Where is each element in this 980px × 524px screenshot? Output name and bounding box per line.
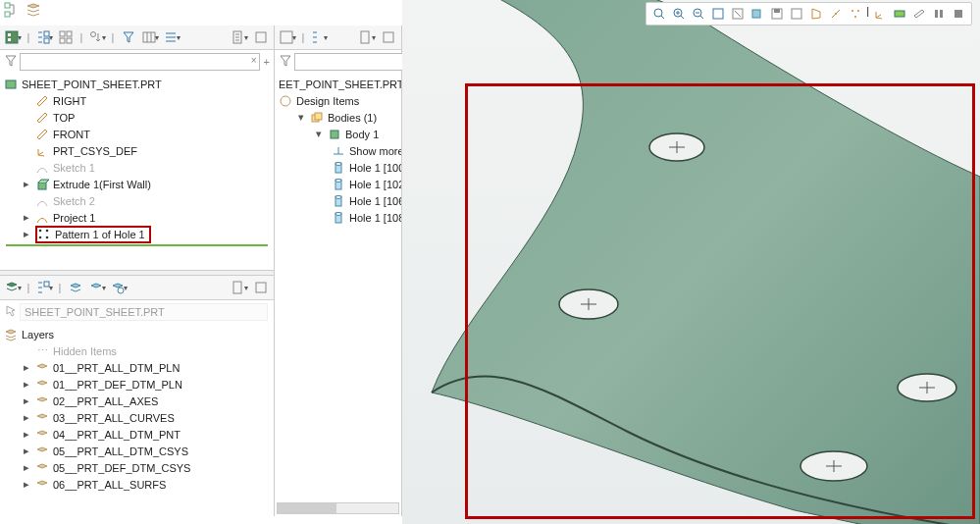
plane-display-icon[interactable] xyxy=(910,5,928,23)
expand-icon[interactable]: ▸ xyxy=(22,411,31,424)
layers-view-icon[interactable] xyxy=(26,2,41,18)
filter-icon[interactable] xyxy=(279,54,292,70)
pause-icon[interactable] xyxy=(930,5,948,23)
tree-item[interactable]: Sketch 2 xyxy=(0,192,274,209)
hole-item[interactable]: Hole 1 [108] xyxy=(275,209,401,226)
show-more-node[interactable]: Show more feat xyxy=(275,142,401,159)
expand-icon[interactable]: ▸ xyxy=(22,361,31,374)
page-icon[interactable] xyxy=(358,28,376,46)
body-node[interactable]: ▾Body 1 xyxy=(275,126,401,142)
layer-item[interactable]: ▸04__PRT_ALL_DTM_PNT xyxy=(0,426,274,443)
note-icon[interactable] xyxy=(380,28,397,46)
filter-tree-icon[interactable] xyxy=(120,28,137,46)
design-items-label: Design Items xyxy=(296,95,359,107)
collapse-icon[interactable] xyxy=(35,28,53,46)
layer-state3-icon[interactable] xyxy=(110,279,128,296)
grid-icon[interactable] xyxy=(57,28,75,46)
page-icon[interactable] xyxy=(231,28,248,46)
layer-state2-icon[interactable] xyxy=(88,279,106,296)
hidden-label: Hidden Items xyxy=(53,345,117,357)
shade-edges-icon[interactable] xyxy=(748,5,766,23)
expand-icon[interactable]: ▸ xyxy=(22,378,31,391)
design-toolbar: | xyxy=(275,26,401,50)
layers-root[interactable]: Layers xyxy=(0,326,274,342)
expand-icon[interactable]: ▸ xyxy=(22,178,31,190)
axis-display-icon[interactable] xyxy=(827,5,845,23)
layer-item[interactable]: ▸05__PRT_DEF_DTM_CSYS xyxy=(0,459,274,476)
tree-root[interactable]: SHEET_POINT_SHEET.PRT xyxy=(0,76,274,92)
model-tree-filter-input[interactable] xyxy=(20,53,260,71)
tree-item[interactable]: FRONT xyxy=(0,126,274,142)
hidden-items[interactable]: ⋯Hidden Items xyxy=(0,342,274,359)
collapse-icon[interactable]: ▾ xyxy=(314,128,324,140)
add-filter-icon[interactable]: + xyxy=(264,56,270,68)
bodies-icon xyxy=(310,111,324,125)
tree-item[interactable]: TOP xyxy=(0,109,274,126)
expand-icon[interactable]: ▸ xyxy=(22,211,31,224)
hole-item[interactable]: Hole 1 [100] xyxy=(275,159,401,176)
layer-options-icon[interactable] xyxy=(4,279,22,296)
repaint-icon[interactable] xyxy=(729,5,747,23)
tree-options-icon[interactable] xyxy=(279,28,296,46)
perspective-icon[interactable] xyxy=(807,5,825,23)
view-manager-icon[interactable] xyxy=(788,5,805,23)
filter-icon[interactable] xyxy=(4,54,18,70)
pointer-icon[interactable] xyxy=(4,304,18,320)
box-select-icon[interactable] xyxy=(709,5,727,23)
horizontal-scrollbar[interactable] xyxy=(277,502,399,514)
hidden-icon: ⋯ xyxy=(35,344,49,358)
hole-item[interactable]: Hole 1 [106] xyxy=(275,192,401,209)
tree-item-highlighted[interactable]: ▸ Pattern 1 of Hole 1 xyxy=(0,226,274,242)
sort-icon[interactable] xyxy=(88,28,106,46)
design-items-node[interactable]: Design Items xyxy=(275,92,401,109)
zoom-out-icon[interactable] xyxy=(690,5,707,23)
graphics-viewport[interactable]: | xyxy=(402,0,980,524)
collapse-icon[interactable]: ▾ xyxy=(296,111,306,124)
scrollbar-thumb[interactable] xyxy=(278,503,336,513)
layer-item[interactable]: ▸01__PRT_DEF_DTM_PLN xyxy=(0,376,274,393)
layer-item[interactable]: ▸02__PRT_ALL_AXES xyxy=(0,393,274,409)
annotations-icon[interactable] xyxy=(891,5,908,23)
svg-rect-31 xyxy=(331,131,338,138)
save-view-icon[interactable] xyxy=(768,5,786,23)
expand-icon[interactable]: ▸ xyxy=(22,478,31,491)
design-root[interactable]: EET_POINT_SHEET.PRT xyxy=(275,76,401,92)
tree-item[interactable]: PRT_CSYS_DEF xyxy=(0,142,274,159)
expand-icon[interactable]: ▸ xyxy=(22,228,31,240)
tree-item-label: Pattern 1 of Hole 1 xyxy=(55,229,145,240)
layer-item[interactable]: ▸06__PRT_ALL_SURFS xyxy=(0,476,274,493)
tree-item[interactable]: Sketch 1 xyxy=(0,159,274,176)
csys-display-icon[interactable] xyxy=(871,5,889,23)
tree-view-icon[interactable] xyxy=(4,2,20,18)
stop-icon[interactable] xyxy=(950,5,967,23)
zoom-in-icon[interactable] xyxy=(670,5,688,23)
tree-item[interactable]: ▸Project 1 xyxy=(0,209,274,226)
columns-icon[interactable] xyxy=(141,28,159,46)
annotation-rectangle xyxy=(465,83,975,519)
clear-filter-icon[interactable]: × xyxy=(251,55,257,66)
expand-icon[interactable]: ▸ xyxy=(22,461,31,474)
list-icon[interactable] xyxy=(163,28,181,46)
expand-icon[interactable]: ▸ xyxy=(22,394,31,407)
expand-icon[interactable]: ▸ xyxy=(22,445,31,457)
bodies-node[interactable]: ▾Bodies (1) xyxy=(275,109,401,126)
tree-item[interactable]: ▸Extrude 1(First Wall) xyxy=(0,176,274,192)
insert-indicator[interactable] xyxy=(6,244,268,246)
page-icon[interactable] xyxy=(231,279,248,296)
refit-icon[interactable] xyxy=(650,5,668,23)
layer-item[interactable]: ▸03__PRT_ALL_CURVES xyxy=(0,409,274,426)
tree-item-label: Sketch 2 xyxy=(53,195,95,207)
hole-item[interactable]: Hole 1 [102] xyxy=(275,176,401,192)
note-icon[interactable] xyxy=(252,28,270,46)
expand-icon[interactable]: ▸ xyxy=(22,428,31,441)
collapse-icon[interactable] xyxy=(35,279,53,296)
collapse-icon[interactable] xyxy=(310,28,328,46)
tree-item[interactable]: RIGHT xyxy=(0,92,274,109)
tree-options-icon[interactable] xyxy=(4,28,22,46)
point-display-icon[interactable] xyxy=(847,5,864,23)
layer-label: 05__PRT_ALL_DTM_CSYS xyxy=(53,445,188,457)
layer-state1-icon[interactable] xyxy=(67,279,84,296)
layer-item[interactable]: ▸01__PRT_ALL_DTM_PLN xyxy=(0,359,274,376)
note-icon[interactable] xyxy=(252,279,270,296)
layer-item[interactable]: ▸05__PRT_ALL_DTM_CSYS xyxy=(0,443,274,459)
